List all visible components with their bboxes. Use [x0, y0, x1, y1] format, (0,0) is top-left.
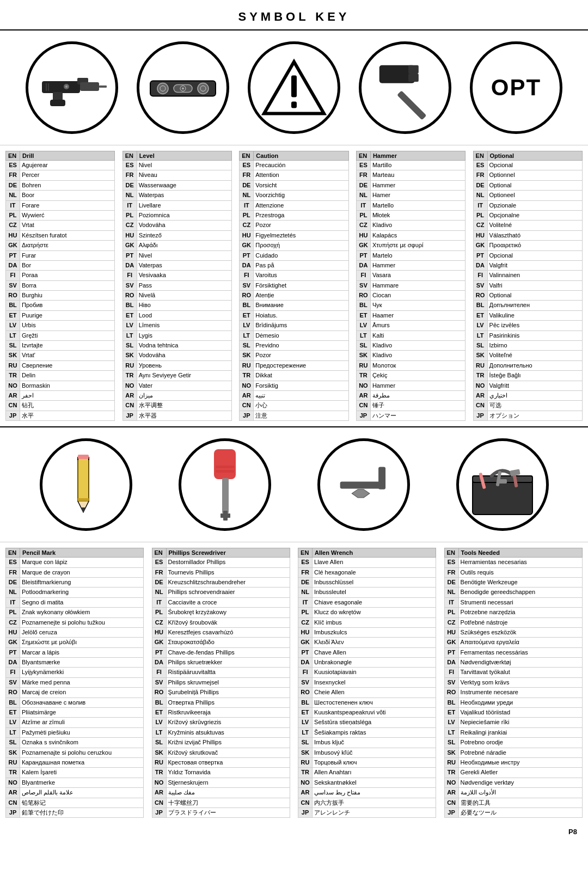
table-row: DANødvendigtværktøj — [444, 658, 582, 668]
table-row: GKΚλειδί Άλεν — [298, 638, 436, 647]
table-row: NOValgfritt — [473, 381, 582, 390]
table-row: LTGręžti — [6, 331, 115, 340]
table-row: DEBohren — [6, 180, 115, 190]
table-row: DAPhilips skruetrækker — [152, 658, 290, 668]
table-row: ARالأدوات اللازمة — [444, 788, 582, 798]
table-row: ETRistkruvikeeraja — [152, 708, 290, 718]
table-row: SLKladivo — [356, 341, 465, 351]
table-row: CZVolitelné — [473, 221, 582, 230]
table-row: ARعلامة بالقلم الرصاص — [6, 788, 144, 798]
table-row: FIVesivaaka — [122, 271, 231, 280]
table-row: NLPotloodmarkering — [6, 588, 144, 597]
table-row: NOVater — [122, 381, 231, 390]
table-row: CZVrtat — [6, 221, 115, 230]
table-row: SLImbus ključ — [298, 738, 436, 748]
page-number: P8 — [0, 823, 588, 840]
table-row: PTFerramentas necessárias — [444, 647, 582, 657]
table-row: GKΠροσοχή — [240, 241, 348, 250]
svg-rect-41 — [473, 479, 532, 515]
table-row: LVLīmenis — [122, 321, 231, 331]
table-row: LTKalti — [356, 331, 465, 340]
table-pencil: ENPencil MarkESMarque con lápizFRMarque … — [5, 548, 144, 818]
table-row: ESMarque con lápiz — [6, 558, 144, 567]
table-row: RUУровень — [122, 360, 231, 370]
table-row: DEHammer — [356, 180, 465, 190]
table-row: FRNiveau — [122, 170, 231, 180]
table-row: DEKreuzschlitzschraubendreher — [152, 577, 290, 587]
top-tables-section: ENDrillESAgujerearFRPercerDEBohrenNLBoor… — [0, 145, 588, 427]
table-level-label-header: Level — [137, 151, 231, 161]
allen-icon-circle — [317, 438, 410, 531]
svg-rect-24 — [408, 74, 419, 82]
table-drill-label-header: Drill — [20, 151, 115, 161]
table-row: SLIzbirno — [473, 341, 582, 351]
table-row: ESMartillo — [356, 161, 465, 170]
svg-rect-33 — [222, 478, 229, 513]
svg-rect-21 — [397, 90, 426, 120]
table-row: GKΣημειώστε με μολύβι — [6, 638, 144, 647]
table-row: HUKeresztfejes csavarhúzó — [152, 627, 290, 637]
table-optional-label-header: Optional — [487, 151, 582, 161]
pencil-svg — [59, 452, 113, 517]
table-row: LVUrbis — [6, 321, 115, 331]
table-row: PLOpcjonalne — [473, 210, 582, 220]
table-row: JPアレンレンチ — [298, 807, 436, 817]
table-drill: ENDrillESAgujerearFRPercerDEBohrenNLBoor… — [5, 151, 115, 421]
table-row: ETKuuskantspeapeakruvi võti — [298, 708, 436, 718]
table-row: LTReikalingi įrankiai — [444, 727, 582, 737]
svg-rect-29 — [78, 498, 89, 501]
table-level-lang-header: EN — [122, 151, 137, 161]
table-row: ITForare — [6, 200, 115, 210]
table-row: NLOptioneel — [473, 191, 582, 200]
table-row: RUМолоток — [356, 360, 465, 370]
table-row: SLOznaka s svinčnikom — [6, 738, 144, 748]
caution-icon-circle — [248, 41, 340, 134]
table-row: ETPuurige — [6, 310, 115, 320]
table-row: ROŞurubelniță Phillips — [152, 688, 290, 698]
table-row: PTChave-de-fendas Phillips — [152, 647, 290, 657]
table-row: NONødvendige verktøy — [444, 778, 582, 787]
table-row: NOBlyantmerke — [6, 778, 144, 787]
table-row: NLBoor — [6, 191, 115, 200]
table-row: HUFigyelmeztetés — [240, 230, 348, 240]
table-row: BLОтвертка Phillips — [152, 698, 290, 707]
table-row: CN锤子 — [356, 401, 465, 411]
table-row: SVPass — [122, 280, 231, 290]
table-row: BLНеобходими уреди — [444, 698, 582, 707]
table-row: ETHoiatus. — [240, 310, 348, 320]
table-pencil-lang-header: EN — [6, 548, 20, 558]
table-row: DEWasserwaage — [122, 180, 231, 190]
svg-point-7 — [65, 85, 68, 88]
table-row: ETHaamer — [356, 310, 465, 320]
table-row: RUКрестовая отвертка — [152, 757, 290, 767]
table-tools-label-header: Tools Needed — [458, 548, 582, 558]
table-row: DAHammer — [356, 260, 465, 270]
table-row: PTCuidado — [240, 250, 348, 260]
table-row: PTMarcar a lápis — [6, 647, 144, 657]
table-row: ETValikuline — [473, 310, 582, 320]
table-row: TRAynı Seviyeye Getir — [122, 371, 231, 381]
table-row: FRClé hexagonale — [298, 567, 436, 577]
table-row: DAValgfrit — [473, 260, 582, 270]
pencil-icon-circle — [40, 438, 132, 531]
table-row: LVAtzīme ar zīmuli — [6, 718, 144, 727]
table-row: LTPasirinkinis — [473, 331, 582, 340]
table-row: JPハンマー — [356, 411, 465, 420]
table-row: SVValfri — [473, 280, 582, 290]
table-row: RUСверление — [6, 360, 115, 370]
table-row: BLЧук — [356, 301, 465, 310]
table-row: HUSzintező — [122, 230, 231, 240]
table-row: DEBleistiftmarkierung — [6, 577, 144, 587]
table-row: ARميزان — [122, 390, 231, 400]
table-row: DAPas på — [240, 260, 348, 270]
table-row: ETVajalikud tööriistad — [444, 708, 582, 718]
table-row: ITSegno di matita — [6, 597, 144, 607]
table-row: ARاختياري — [473, 390, 582, 400]
table-row: CN可选 — [473, 401, 582, 411]
table-row: ITCacciavite a croce — [152, 597, 290, 607]
table-row: ROAtenție — [240, 291, 348, 301]
svg-rect-47 — [510, 469, 520, 476]
svg-rect-32 — [214, 449, 236, 479]
table-row: DEVorsicht — [240, 180, 348, 190]
table-row: TRKalem İşareti — [6, 768, 144, 778]
